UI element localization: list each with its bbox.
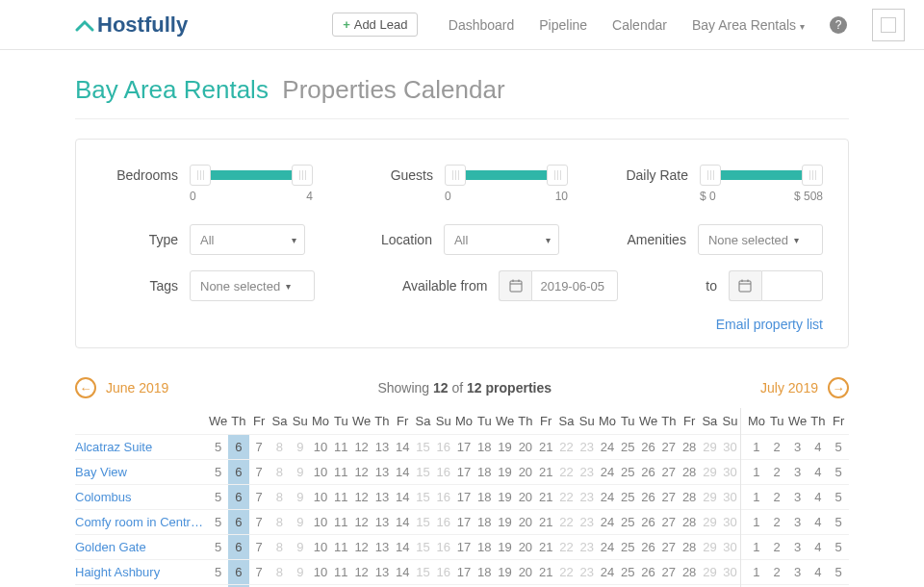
calendar-cell[interactable]: 11 <box>331 560 351 585</box>
add-lead-button[interactable]: + Add Lead <box>332 13 418 37</box>
nav-dashboard[interactable]: Dashboard <box>449 17 515 33</box>
calendar-cell[interactable]: 1 <box>746 510 766 535</box>
calendar-cell[interactable]: 20 <box>515 485 535 510</box>
calendar-cell[interactable]: 21 <box>536 560 556 585</box>
calendar-cell[interactable]: 21 <box>536 485 556 510</box>
calendar-cell[interactable]: 19 <box>495 485 515 510</box>
calendar-cell[interactable]: 18 <box>475 510 495 535</box>
calendar-cell[interactable]: 10 <box>310 535 330 560</box>
calendar-cell[interactable]: 9 <box>290 560 310 585</box>
calendar-cell[interactable]: 8 <box>270 485 290 510</box>
calendar-cell[interactable]: 10 <box>310 485 330 510</box>
calendar-cell[interactable]: 13 <box>372 535 392 560</box>
calendar-cell[interactable]: 14 <box>393 485 413 510</box>
calendar-cell[interactable]: 26 <box>638 485 658 510</box>
calendar-cell[interactable]: 6 <box>228 560 248 585</box>
calendar-cell[interactable]: 20 <box>515 435 535 460</box>
calendar-cell[interactable]: 15 <box>413 485 433 510</box>
calendar-icon[interactable] <box>729 270 761 301</box>
calendar-cell[interactable]: 24 <box>597 560 617 585</box>
calendar-cell[interactable]: 20 <box>515 460 535 485</box>
calendar-cell[interactable]: 19 <box>495 510 515 535</box>
amenities-dropdown[interactable]: None selected▾ <box>698 224 823 255</box>
calendar-cell[interactable]: 9 <box>290 510 310 535</box>
calendar-cell[interactable]: 12 <box>351 535 372 560</box>
next-month-link[interactable]: July 2019 → <box>760 377 849 398</box>
calendar-cell[interactable]: 23 <box>577 460 597 485</box>
property-link[interactable]: Golden Gate <box>75 535 208 560</box>
calendar-cell[interactable]: 21 <box>536 435 556 460</box>
calendar-cell[interactable]: 15 <box>413 460 433 485</box>
calendar-cell[interactable]: 3 <box>787 460 808 485</box>
calendar-cell[interactable]: 16 <box>433 535 453 560</box>
calendar-cell[interactable]: 9 <box>290 485 310 510</box>
calendar-cell[interactable]: 2 <box>767 535 787 560</box>
calendar-cell[interactable]: 28 <box>679 460 699 485</box>
guests-slider[interactable] <box>445 165 568 186</box>
calendar-cell[interactable]: 1 <box>746 435 766 460</box>
calendar-cell[interactable]: 15 <box>413 560 433 585</box>
calendar-cell[interactable]: 5 <box>208 435 228 460</box>
calendar-cell[interactable]: 27 <box>658 535 679 560</box>
calendar-cell[interactable]: 3 <box>787 485 808 510</box>
calendar-cell[interactable]: 28 <box>679 560 699 585</box>
brand-logo[interactable]: Hostfully <box>75 13 188 38</box>
calendar-cell[interactable]: 14 <box>393 510 413 535</box>
calendar-cell[interactable]: 17 <box>453 535 474 560</box>
calendar-cell[interactable]: 24 <box>597 435 617 460</box>
calendar-cell[interactable]: 12 <box>351 460 372 485</box>
calendar-cell[interactable]: 16 <box>433 485 453 510</box>
calendar-cell[interactable]: 3 <box>787 560 808 585</box>
calendar-cell[interactable]: 4 <box>808 560 828 585</box>
calendar-cell[interactable]: 9 <box>290 460 310 485</box>
property-link[interactable]: Bay View <box>75 460 208 485</box>
calendar-cell[interactable]: 15 <box>413 535 433 560</box>
calendar-cell[interactable]: 20 <box>515 510 535 535</box>
calendar-cell[interactable]: 18 <box>475 535 495 560</box>
calendar-cell[interactable]: 29 <box>700 435 720 460</box>
calendar-cell[interactable]: 6 <box>228 460 248 485</box>
calendar-cell[interactable]: 27 <box>658 560 679 585</box>
property-link[interactable]: Alcatraz Suite <box>75 435 208 460</box>
prev-month-link[interactable]: ← June 2019 <box>75 377 168 398</box>
daily-rate-slider-max-handle[interactable] <box>802 165 823 186</box>
calendar-cell[interactable]: 27 <box>658 460 679 485</box>
calendar-cell[interactable]: 22 <box>556 535 577 560</box>
calendar-cell[interactable]: 25 <box>618 485 638 510</box>
calendar-cell[interactable]: 8 <box>270 435 290 460</box>
calendar-cell[interactable]: 23 <box>577 510 597 535</box>
calendar-cell[interactable]: 7 <box>249 510 270 535</box>
calendar-cell[interactable]: 15 <box>413 435 433 460</box>
calendar-cell[interactable]: 10 <box>310 460 330 485</box>
calendar-cell[interactable]: 2 <box>767 485 787 510</box>
help-icon[interactable]: ? <box>830 16 847 34</box>
calendar-cell[interactable]: 19 <box>495 535 515 560</box>
calendar-cell[interactable]: 1 <box>746 560 766 585</box>
calendar-cell[interactable]: 28 <box>679 510 699 535</box>
nav-agency-dropdown[interactable]: Bay Area Rentals ▾ <box>692 17 805 33</box>
calendar-cell[interactable]: 4 <box>808 435 828 460</box>
calendar-cell[interactable]: 16 <box>433 435 453 460</box>
calendar-cell[interactable]: 30 <box>720 560 740 585</box>
calendar-cell[interactable]: 21 <box>536 460 556 485</box>
calendar-cell[interactable]: 1 <box>746 460 766 485</box>
to-input[interactable] <box>761 270 823 301</box>
calendar-cell[interactable]: 21 <box>536 535 556 560</box>
calendar-cell[interactable]: 25 <box>618 510 638 535</box>
calendar-cell[interactable]: 5 <box>208 535 228 560</box>
location-select[interactable]: All <box>444 224 559 255</box>
calendar-cell[interactable]: 29 <box>700 535 720 560</box>
calendar-cell[interactable]: 7 <box>249 560 270 585</box>
calendar-cell[interactable]: 24 <box>597 535 617 560</box>
calendar-cell[interactable]: 13 <box>372 435 392 460</box>
calendar-cell[interactable]: 11 <box>331 435 351 460</box>
calendar-cell[interactable]: 5 <box>828 485 849 510</box>
calendar-cell[interactable]: 1 <box>746 535 766 560</box>
bedrooms-slider-max-handle[interactable] <box>292 165 313 186</box>
calendar-cell[interactable]: 20 <box>515 535 535 560</box>
calendar-cell[interactable]: 8 <box>270 535 290 560</box>
calendar-cell[interactable]: 3 <box>787 435 808 460</box>
calendar-cell[interactable]: 9 <box>290 435 310 460</box>
calendar-cell[interactable]: 28 <box>679 535 699 560</box>
calendar-cell[interactable]: 26 <box>638 435 658 460</box>
